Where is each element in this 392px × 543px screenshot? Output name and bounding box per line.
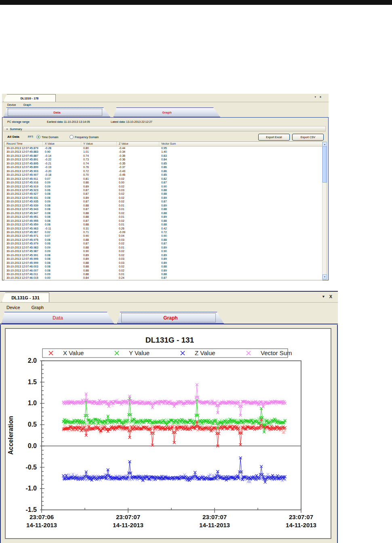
table-row[interactable]: 30-10-2013 12:07:45.9390.080.880.010.89 xyxy=(4,204,322,208)
table-row[interactable]: 30-10-2013 12:07:45.9510.080.880.010.89 xyxy=(4,215,322,219)
value-cell: 0.03 xyxy=(117,238,159,242)
table-row[interactable]: 30-10-2013 12:07:45.9110.070.810.020.82 xyxy=(4,177,322,181)
value-cell: -0.21 xyxy=(43,162,81,166)
x-tick-label-time: 23:07:06 xyxy=(30,514,54,520)
value-cell: 0.70 xyxy=(81,173,117,177)
record-time-cell: 30-10-2013 12:07:46.011 xyxy=(4,273,43,276)
radio-frequency-domain[interactable]: Frequency Domain xyxy=(70,135,99,139)
scroll-thumb[interactable] xyxy=(322,146,327,183)
column-header[interactable]: Record Time xyxy=(4,142,43,146)
column-header[interactable]: Vector Sum xyxy=(159,142,322,146)
tab-data[interactable]: Data xyxy=(2,312,114,324)
table-row[interactable]: 30-10-2013 12:07:45.879-0.280.80-0.440.9… xyxy=(4,147,322,150)
table-row[interactable]: 30-10-2013 12:07:45.8830.901.01-0.341.40 xyxy=(4,150,322,154)
tab-data[interactable]: Data xyxy=(4,107,110,117)
menu-device[interactable]: Device xyxy=(6,305,20,310)
table-row[interactable]: 30-10-2013 12:07:45.9990.080.880.030.89 xyxy=(4,261,322,265)
record-time-cell: 30-10-2013 12:07:45.943 xyxy=(4,208,43,211)
dropdown-caret-icon[interactable]: ▼ xyxy=(314,96,317,98)
table-row[interactable]: 30-10-2013 12:07:45.907-0.180.70-0.450.8… xyxy=(4,173,322,177)
table-row[interactable]: 30-10-2013 12:07:45.9750.080.880.030.88 xyxy=(4,238,322,242)
table-row[interactable]: 30-10-2013 12:07:45.9230.060.870.030.88 xyxy=(4,189,322,192)
value-cell: 0.08 xyxy=(43,265,81,269)
value-cell: 0.85 xyxy=(159,173,322,177)
value-cell: 0.02 xyxy=(117,242,159,246)
menu-device[interactable]: Device xyxy=(7,103,16,106)
value-cell: 0.89 xyxy=(81,254,117,257)
close-icon[interactable]: X xyxy=(329,294,332,299)
table-row[interactable]: 30-10-2013 12:07:45.887-0.140.74-0.350.8… xyxy=(4,154,322,158)
table-row[interactable]: 30-10-2013 12:07:45.9430.080.870.010.88 xyxy=(4,208,322,211)
table-row[interactable]: 30-10-2013 12:07:45.9910.080.890.020.89 xyxy=(4,254,322,257)
table-row[interactable]: 30-10-2013 12:07:45.895-0.210.74-0.350.8… xyxy=(4,162,322,166)
value-cell: 0.01 xyxy=(117,208,159,211)
value-cell: 0.84 xyxy=(159,158,322,162)
window1-title-tab[interactable]: DL131G - 178 xyxy=(3,94,56,102)
value-cell: 0.02 xyxy=(117,219,159,223)
radio-time-domain-label: Time Domain xyxy=(42,136,58,139)
table-row[interactable]: 30-10-2013 12:07:46.0030.080.880.020.88 xyxy=(4,265,322,269)
table-row[interactable]: 30-10-2013 12:07:45.891-0.220.73-0.360.8… xyxy=(4,158,322,162)
record-time-cell: 30-10-2013 12:07:45.979 xyxy=(4,242,43,246)
scroll-down-button[interactable]: ▼ xyxy=(322,274,327,279)
table-row[interactable]: 30-10-2013 12:07:45.9830.090.880.010.89 xyxy=(4,246,322,250)
window2-title-tab[interactable]: DL131G - 131 xyxy=(2,293,49,302)
column-header[interactable]: Z Value xyxy=(117,142,159,146)
value-cell: -0.34 xyxy=(117,150,159,154)
value-cell: 0.01 xyxy=(117,273,159,276)
table-row[interactable]: 30-10-2013 12:07:45.9590.080.880.010.88 xyxy=(4,223,322,227)
table-row[interactable]: 30-10-2013 12:07:45.9550.080.870.020.88 xyxy=(4,219,322,223)
value-cell: 0.87 xyxy=(81,189,117,192)
value-cell: 0.95 xyxy=(159,147,322,150)
table-row[interactable]: 30-10-2013 12:07:46.0110.090.880.010.88 xyxy=(4,273,322,276)
value-cell: 0.89 xyxy=(159,269,322,273)
table-row[interactable]: 30-10-2013 12:07:45.903-0.200.72-0.430.8… xyxy=(4,170,322,173)
legend-label-z-value: Z Value xyxy=(195,349,215,356)
radio-time-domain[interactable]: Time Domain xyxy=(36,135,58,139)
dropdown-caret-icon[interactable]: ▼ xyxy=(322,295,325,299)
table-row[interactable]: 30-10-2013 12:07:45.9160.090.860.000.87 xyxy=(4,181,322,185)
value-cell: 0.88 xyxy=(81,246,117,250)
value-cell: 0.08 xyxy=(43,254,81,257)
table-row[interactable]: 30-10-2013 12:07:45.963-0.110.310.260.42 xyxy=(4,227,322,231)
value-cell: 0.89 xyxy=(159,257,322,261)
column-header[interactable]: X Value xyxy=(43,142,81,146)
window-dl131g-131: DL131G - 131 ▼ X Device Graph Data Graph… xyxy=(0,291,338,543)
value-cell: 0.02 xyxy=(117,200,159,204)
tab-graph[interactable]: Graph xyxy=(117,312,224,324)
table-row[interactable]: 30-10-2013 12:07:45.9270.080.870.020.88 xyxy=(4,192,322,196)
record-time-cell: 30-10-2013 12:07:46.015 xyxy=(4,276,43,280)
value-cell: 0.08 xyxy=(43,269,81,273)
radio-unselected-icon xyxy=(70,135,74,139)
tab-graph[interactable]: Graph xyxy=(114,107,220,117)
record-time-cell: 30-10-2013 12:07:45.923 xyxy=(4,189,43,192)
table-row[interactable]: 30-10-2013 12:07:45.9190.090.890.020.90 xyxy=(4,185,322,189)
table-row[interactable]: 30-10-2013 12:07:45.9870.090.900.020.90 xyxy=(4,250,322,253)
table-row[interactable]: 30-10-2013 12:07:45.9470.080.880.020.88 xyxy=(4,212,322,215)
value-cell: 0.08 xyxy=(43,223,81,227)
menu-graph[interactable]: Graph xyxy=(32,305,44,310)
value-cell: 0.73 xyxy=(81,158,117,162)
menu-graph[interactable]: Graph xyxy=(23,103,31,106)
value-cell: 0.09 xyxy=(43,273,81,276)
column-header[interactable]: Y Value xyxy=(81,142,117,146)
tab-graph-label: Graph xyxy=(163,315,177,321)
table-row[interactable]: 30-10-2013 12:07:45.9350.090.870.020.87 xyxy=(4,200,322,204)
value-cell: 0.08 xyxy=(43,196,81,200)
value-cell: 0.88 xyxy=(81,215,117,219)
table-row[interactable]: 30-10-2013 12:07:45.9950.080.890.030.89 xyxy=(4,257,322,261)
table-row[interactable]: 30-10-2013 12:07:45.9790.060.870.020.87 xyxy=(4,242,322,246)
table-row[interactable]: 30-10-2013 12:07:45.899-0.190.76-0.370.8… xyxy=(4,166,322,169)
table-row[interactable]: 30-10-2013 12:07:45.9670.020.71-0.090.72 xyxy=(4,231,322,234)
value-cell: 0.90 xyxy=(81,250,117,253)
export-csv-button[interactable]: Export CSV xyxy=(292,134,324,141)
close-icon[interactable]: x xyxy=(320,95,321,98)
summary-expander-bar[interactable]: » Summary xyxy=(3,126,326,132)
table-row[interactable]: 30-10-2013 12:07:46.0070.080.880.020.89 xyxy=(4,269,322,273)
table-row[interactable]: 30-10-2013 12:07:45.9310.080.890.020.89 xyxy=(4,196,322,200)
export-excel-button[interactable]: Export Excel xyxy=(258,134,290,141)
table-row[interactable]: 30-10-2013 12:07:46.0150.000.840.240.87 xyxy=(4,276,322,280)
table-scrollbar[interactable]: ▲ ▼ xyxy=(322,141,327,280)
value-cell: 0.89 xyxy=(159,254,322,257)
table-row[interactable]: 30-10-2013 12:07:45.9710.070.900.040.90 xyxy=(4,234,322,238)
